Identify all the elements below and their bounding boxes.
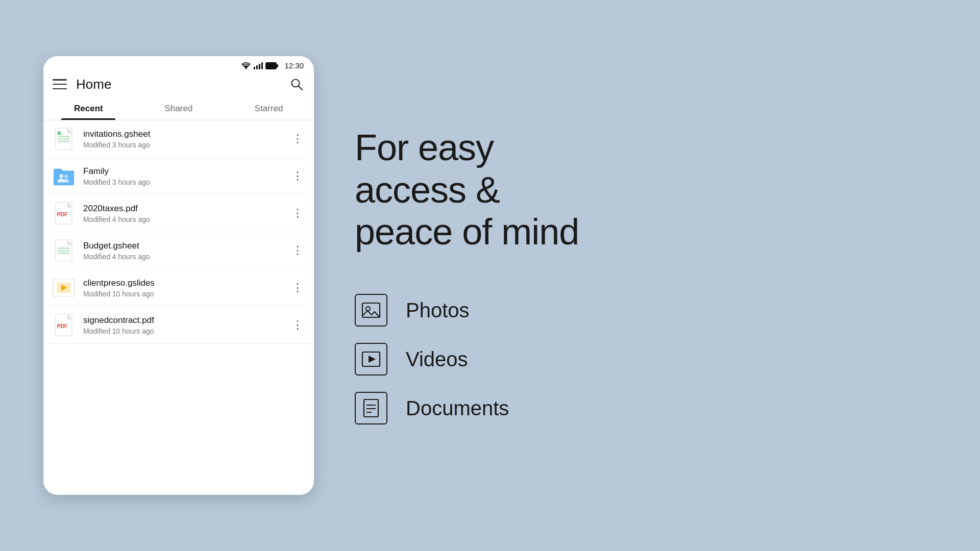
- more-options-button[interactable]: ⋮: [290, 169, 305, 183]
- app-title: Home: [76, 77, 288, 92]
- svg-rect-2: [277, 64, 278, 67]
- file-info: Family Modified 3 hours ago: [83, 166, 290, 186]
- more-options-button[interactable]: ⋮: [290, 132, 305, 146]
- video-icon: [361, 349, 381, 369]
- hamburger-line-3: [53, 88, 67, 90]
- file-meta: Modified 10 hours ago: [83, 327, 290, 335]
- tab-starred[interactable]: Starred: [224, 96, 314, 120]
- file-meta: Modified 3 hours ago: [83, 178, 290, 186]
- hamburger-line-2: [53, 84, 67, 85]
- more-options-button[interactable]: ⋮: [290, 243, 305, 258]
- file-meta: Modified 10 hours ago: [83, 290, 290, 298]
- feature-label-photos: Photos: [406, 299, 470, 322]
- tabs-container: Recent Shared Starred: [43, 96, 314, 120]
- file-name: Budget.gsheet: [83, 241, 290, 251]
- list-item[interactable]: ⊞ invitations.gsheet Modified 3 hours ag…: [43, 120, 314, 158]
- search-button[interactable]: [288, 76, 305, 92]
- svg-rect-18: [58, 247, 70, 249]
- documents-icon-box: [355, 392, 387, 424]
- svg-text:PDF: PDF: [57, 212, 67, 217]
- feature-label-documents: Documents: [406, 397, 509, 420]
- svg-point-28: [366, 307, 370, 311]
- file-name: 2020taxes.pdf: [83, 204, 290, 214]
- tagline: For easy access & peace of mind: [355, 127, 939, 253]
- file-info: signedcontract.pdf Modified 10 hours ago: [83, 315, 290, 335]
- svg-line-4: [299, 86, 303, 90]
- search-icon: [290, 78, 303, 91]
- hamburger-menu-button[interactable]: [53, 79, 67, 89]
- signal-icon: [254, 62, 263, 69]
- file-icon-gslides: [53, 277, 75, 299]
- file-icon-folder: [53, 165, 75, 187]
- file-name: signedcontract.pdf: [83, 315, 290, 325]
- list-item[interactable]: Family Modified 3 hours ago ⋮: [43, 158, 314, 195]
- file-info: invitations.gsheet Modified 3 hours ago: [83, 129, 290, 149]
- more-options-button[interactable]: ⋮: [290, 281, 305, 295]
- svg-text:⊞: ⊞: [57, 131, 61, 136]
- svg-marker-30: [369, 356, 376, 363]
- battery-icon: [265, 62, 279, 69]
- file-name: clientpreso.gslides: [83, 278, 290, 288]
- photos-icon-box: [355, 294, 387, 327]
- app-header: Home: [43, 72, 314, 96]
- svg-point-12: [64, 175, 68, 179]
- file-icon-pdf: PDF: [53, 202, 75, 224]
- svg-rect-8: [58, 138, 70, 140]
- tab-recent[interactable]: Recent: [43, 96, 134, 120]
- svg-rect-20: [58, 253, 70, 254]
- list-item[interactable]: PDF 2020taxes.pdf Modified 4 hours ago ⋮: [43, 195, 314, 232]
- svg-text:PDF: PDF: [57, 323, 67, 329]
- file-info: Budget.gsheet Modified 4 hours ago: [83, 241, 290, 261]
- more-options-button[interactable]: ⋮: [290, 206, 305, 220]
- phone-mockup: 12:30 Home Recent Share: [43, 56, 314, 495]
- hamburger-line-1: [53, 79, 67, 81]
- file-icon-pdf: PDF: [53, 314, 75, 336]
- file-icon-gsheet: [53, 239, 75, 262]
- tagline-line2: access &: [355, 169, 500, 210]
- file-name: Family: [83, 166, 290, 177]
- svg-rect-1: [266, 62, 277, 69]
- status-time: 12:30: [284, 61, 304, 70]
- file-icon-gsheet: ⊞: [53, 128, 75, 150]
- svg-point-0: [246, 68, 247, 69]
- videos-icon-box: [355, 343, 387, 375]
- feature-list: Photos Videos: [355, 294, 939, 424]
- photo-icon: [361, 300, 381, 320]
- feature-item-documents: Documents: [355, 392, 939, 424]
- file-info: clientpreso.gslides Modified 10 hours ag…: [83, 278, 290, 298]
- feature-item-videos: Videos: [355, 343, 939, 375]
- file-list: ⊞ invitations.gsheet Modified 3 hours ag…: [43, 120, 314, 495]
- list-item[interactable]: clientpreso.gslides Modified 10 hours ag…: [43, 269, 314, 307]
- svg-point-11: [59, 174, 63, 178]
- file-name: invitations.gsheet: [83, 129, 290, 139]
- tagline-line1: For easy: [355, 127, 494, 168]
- right-content: For easy access & peace of mind Photos: [314, 106, 980, 445]
- document-icon: [361, 398, 381, 418]
- tagline-line3: peace of mind: [355, 211, 579, 252]
- feature-item-photos: Photos: [355, 294, 939, 327]
- list-item[interactable]: Budget.gsheet Modified 4 hours ago ⋮: [43, 232, 314, 269]
- tab-shared[interactable]: Shared: [134, 96, 224, 120]
- list-item[interactable]: PDF signedcontract.pdf Modified 10 hours…: [43, 307, 314, 344]
- svg-rect-9: [58, 141, 70, 142]
- file-info: 2020taxes.pdf Modified 4 hours ago: [83, 204, 290, 223]
- page-wrapper: 12:30 Home Recent Share: [0, 0, 980, 551]
- svg-rect-19: [58, 250, 70, 252]
- more-options-button[interactable]: ⋮: [290, 318, 305, 332]
- status-bar: 12:30: [43, 56, 314, 72]
- file-meta: Modified 4 hours ago: [83, 253, 290, 261]
- feature-label-videos: Videos: [406, 348, 468, 371]
- status-icons: 12:30: [241, 61, 304, 70]
- file-meta: Modified 4 hours ago: [83, 215, 290, 223]
- wifi-icon: [241, 62, 251, 69]
- file-meta: Modified 3 hours ago: [83, 141, 290, 149]
- svg-rect-7: [58, 136, 70, 137]
